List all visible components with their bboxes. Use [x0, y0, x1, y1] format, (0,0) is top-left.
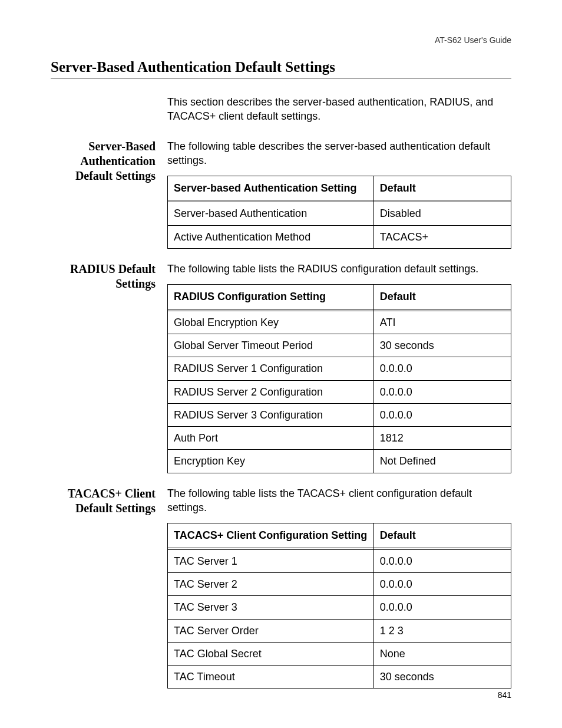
table-header-row: TACACS+ Client Configuration SettingDefa…: [168, 523, 511, 548]
table-cell: Not Defined: [373, 450, 511, 473]
table-cell: None: [373, 642, 511, 665]
table-cell: TAC Server 1: [168, 549, 374, 572]
table-row: RADIUS Server 3 Configuration0.0.0.0: [168, 403, 511, 426]
side-label-line: Default Settings: [75, 502, 156, 515]
side-label-line: RADIUS Default: [70, 262, 156, 275]
table-row: TAC Server 10.0.0.0: [168, 549, 511, 572]
table-row: TAC Timeout30 seconds: [168, 666, 511, 689]
table-header-row: RADIUS Configuration SettingDefault: [168, 285, 511, 309]
table-cell: TAC Timeout: [168, 666, 374, 689]
page: AT-S62 User's Guide Server-Based Authent…: [0, 0, 562, 728]
side-label-line: Server-Based: [88, 140, 156, 153]
table-header-cell: Default: [373, 176, 511, 200]
table-cell: Global Server Timeout Period: [168, 334, 374, 357]
table-row: Auth Port1812: [168, 427, 511, 450]
table-header-cell: Default: [373, 523, 511, 548]
section-side-label: Server-BasedAuthenticationDefault Settin…: [51, 139, 167, 249]
table-cell: ATI: [373, 311, 511, 334]
table-row: RADIUS Server 1 Configuration0.0.0.0: [168, 357, 511, 380]
table-header-row: Server-based Authentication SettingDefau…: [168, 176, 511, 200]
section-block: TACACS+ ClientDefault SettingsThe follow…: [51, 486, 511, 689]
table-cell: 0.0.0.0: [373, 357, 511, 380]
side-label-line: Default Settings: [75, 169, 156, 182]
table-cell: TAC Server 3: [168, 596, 374, 619]
page-title: Server-Based Authentication Default Sett…: [51, 59, 511, 78]
table-cell: 0.0.0.0: [373, 549, 511, 572]
table-row: Encryption KeyNot Defined: [168, 450, 511, 473]
side-label-line: TACACS+ Client: [68, 487, 156, 500]
side-label-line: Settings: [115, 277, 156, 290]
section-lead: The following table describes the server…: [167, 139, 511, 168]
table-row: RADIUS Server 2 Configuration0.0.0.0: [168, 380, 511, 403]
section-side-label: RADIUS DefaultSettings: [51, 262, 167, 473]
table-row: Server-based AuthenticationDisabled: [168, 202, 511, 225]
table-cell: Disabled: [373, 202, 511, 225]
table-row: Global Encryption KeyATI: [168, 311, 511, 334]
table-cell: 0.0.0.0: [373, 572, 511, 595]
table-row: TAC Server Order1 2 3: [168, 619, 511, 642]
table-cell: Auth Port: [168, 427, 374, 450]
table-cell: Active Authentication Method: [168, 225, 374, 248]
side-label-line: Authentication: [80, 154, 156, 167]
table-cell: Encryption Key: [168, 450, 374, 473]
settings-table: TACACS+ Client Configuration SettingDefa…: [167, 523, 511, 689]
table-cell: RADIUS Server 3 Configuration: [168, 403, 374, 426]
table-header-cell: TACACS+ Client Configuration Setting: [168, 523, 374, 548]
section-side-label: TACACS+ ClientDefault Settings: [51, 486, 167, 689]
table-cell: 30 seconds: [373, 666, 511, 689]
intro-paragraph: This section describes the server-based …: [167, 95, 511, 124]
table-cell: TAC Server 2: [168, 572, 374, 595]
table-row: Active Authentication MethodTACACS+: [168, 225, 511, 248]
table-cell: RADIUS Server 1 Configuration: [168, 357, 374, 380]
table-cell: TAC Global Secret: [168, 642, 374, 665]
table-cell: 1 2 3: [373, 619, 511, 642]
table-cell: 0.0.0.0: [373, 403, 511, 426]
settings-table: RADIUS Configuration SettingDefaultGloba…: [167, 284, 511, 473]
page-number: 841: [498, 690, 511, 700]
section-block: Server-BasedAuthenticationDefault Settin…: [51, 139, 511, 249]
table-cell: 0.0.0.0: [373, 380, 511, 403]
table-cell: TACACS+: [373, 225, 511, 248]
table-header-cell: Server-based Authentication Setting: [168, 176, 374, 200]
table-cell: TAC Server Order: [168, 619, 374, 642]
table-cell: 0.0.0.0: [373, 596, 511, 619]
section-block: RADIUS DefaultSettingsThe following tabl…: [51, 262, 511, 473]
table-header-cell: RADIUS Configuration Setting: [168, 285, 374, 309]
table-cell: 1812: [373, 427, 511, 450]
section-body: The following table lists the TACACS+ cl…: [167, 486, 511, 689]
settings-table: Server-based Authentication SettingDefau…: [167, 176, 511, 249]
running-head: AT-S62 User's Guide: [51, 35, 511, 45]
table-row: TAC Server 20.0.0.0: [168, 572, 511, 595]
section-lead: The following table lists the RADIUS con…: [167, 262, 511, 276]
table-row: Global Server Timeout Period30 seconds: [168, 334, 511, 357]
table-cell: 30 seconds: [373, 334, 511, 357]
table-cell: Global Encryption Key: [168, 311, 374, 334]
table-row: TAC Server 30.0.0.0: [168, 596, 511, 619]
table-cell: RADIUS Server 2 Configuration: [168, 380, 374, 403]
table-cell: Server-based Authentication: [168, 202, 374, 225]
table-row: TAC Global SecretNone: [168, 642, 511, 665]
section-lead: The following table lists the TACACS+ cl…: [167, 486, 511, 515]
section-body: The following table lists the RADIUS con…: [167, 262, 511, 473]
table-header-cell: Default: [373, 285, 511, 309]
section-body: The following table describes the server…: [167, 139, 511, 249]
